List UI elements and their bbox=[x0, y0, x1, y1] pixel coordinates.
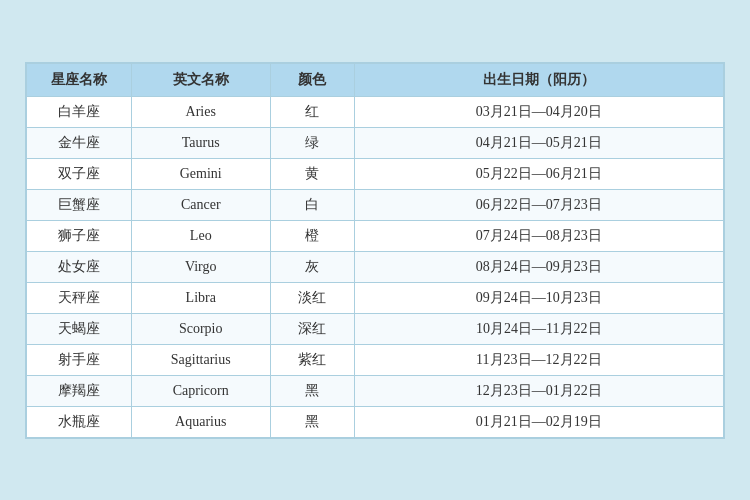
cell-color: 红 bbox=[270, 96, 354, 127]
cell-zh: 狮子座 bbox=[27, 220, 132, 251]
cell-zh: 金牛座 bbox=[27, 127, 132, 158]
table-row: 双子座Gemini黄05月22日—06月21日 bbox=[27, 158, 724, 189]
cell-en: Virgo bbox=[131, 251, 270, 282]
cell-date: 07月24日—08月23日 bbox=[354, 220, 723, 251]
cell-date: 12月23日—01月22日 bbox=[354, 375, 723, 406]
cell-date: 04月21日—05月21日 bbox=[354, 127, 723, 158]
cell-en: Aries bbox=[131, 96, 270, 127]
cell-en: Taurus bbox=[131, 127, 270, 158]
table-row: 摩羯座Capricorn黑12月23日—01月22日 bbox=[27, 375, 724, 406]
cell-zh: 天秤座 bbox=[27, 282, 132, 313]
cell-en: Scorpio bbox=[131, 313, 270, 344]
zodiac-table-container: 星座名称 英文名称 颜色 出生日期（阳历） 白羊座Aries红03月21日—04… bbox=[25, 62, 725, 439]
cell-color: 灰 bbox=[270, 251, 354, 282]
cell-date: 10月24日—11月22日 bbox=[354, 313, 723, 344]
cell-date: 06月22日—07月23日 bbox=[354, 189, 723, 220]
header-color: 颜色 bbox=[270, 63, 354, 96]
cell-date: 05月22日—06月21日 bbox=[354, 158, 723, 189]
cell-en: Sagittarius bbox=[131, 344, 270, 375]
table-header-row: 星座名称 英文名称 颜色 出生日期（阳历） bbox=[27, 63, 724, 96]
cell-zh: 双子座 bbox=[27, 158, 132, 189]
table-row: 白羊座Aries红03月21日—04月20日 bbox=[27, 96, 724, 127]
cell-date: 01月21日—02月19日 bbox=[354, 406, 723, 437]
cell-zh: 巨蟹座 bbox=[27, 189, 132, 220]
cell-color: 深红 bbox=[270, 313, 354, 344]
cell-date: 11月23日—12月22日 bbox=[354, 344, 723, 375]
cell-color: 黄 bbox=[270, 158, 354, 189]
table-row: 射手座Sagittarius紫红11月23日—12月22日 bbox=[27, 344, 724, 375]
cell-zh: 处女座 bbox=[27, 251, 132, 282]
cell-zh: 白羊座 bbox=[27, 96, 132, 127]
table-row: 天蝎座Scorpio深红10月24日—11月22日 bbox=[27, 313, 724, 344]
cell-color: 橙 bbox=[270, 220, 354, 251]
cell-en: Leo bbox=[131, 220, 270, 251]
cell-date: 09月24日—10月23日 bbox=[354, 282, 723, 313]
zodiac-table: 星座名称 英文名称 颜色 出生日期（阳历） 白羊座Aries红03月21日—04… bbox=[26, 63, 724, 438]
cell-zh: 射手座 bbox=[27, 344, 132, 375]
cell-color: 白 bbox=[270, 189, 354, 220]
header-zh: 星座名称 bbox=[27, 63, 132, 96]
cell-en: Capricorn bbox=[131, 375, 270, 406]
table-row: 巨蟹座Cancer白06月22日—07月23日 bbox=[27, 189, 724, 220]
cell-zh: 摩羯座 bbox=[27, 375, 132, 406]
cell-date: 03月21日—04月20日 bbox=[354, 96, 723, 127]
table-row: 水瓶座Aquarius黑01月21日—02月19日 bbox=[27, 406, 724, 437]
cell-color: 绿 bbox=[270, 127, 354, 158]
table-row: 处女座Virgo灰08月24日—09月23日 bbox=[27, 251, 724, 282]
cell-en: Aquarius bbox=[131, 406, 270, 437]
cell-en: Libra bbox=[131, 282, 270, 313]
table-row: 狮子座Leo橙07月24日—08月23日 bbox=[27, 220, 724, 251]
table-row: 天秤座Libra淡红09月24日—10月23日 bbox=[27, 282, 724, 313]
cell-color: 黑 bbox=[270, 406, 354, 437]
cell-color: 紫红 bbox=[270, 344, 354, 375]
table-body: 白羊座Aries红03月21日—04月20日金牛座Taurus绿04月21日—0… bbox=[27, 96, 724, 437]
cell-en: Gemini bbox=[131, 158, 270, 189]
cell-en: Cancer bbox=[131, 189, 270, 220]
cell-zh: 天蝎座 bbox=[27, 313, 132, 344]
table-row: 金牛座Taurus绿04月21日—05月21日 bbox=[27, 127, 724, 158]
cell-date: 08月24日—09月23日 bbox=[354, 251, 723, 282]
cell-zh: 水瓶座 bbox=[27, 406, 132, 437]
cell-color: 黑 bbox=[270, 375, 354, 406]
header-date: 出生日期（阳历） bbox=[354, 63, 723, 96]
header-en: 英文名称 bbox=[131, 63, 270, 96]
cell-color: 淡红 bbox=[270, 282, 354, 313]
